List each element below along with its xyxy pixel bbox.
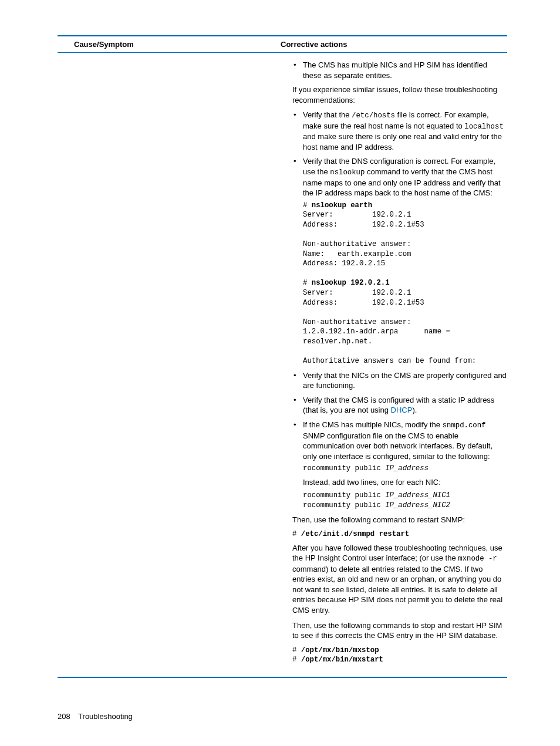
bullet-verify-etc-hosts: Verify that the /etc/hosts file is corre… bbox=[303, 110, 507, 152]
add-two-lines: Instead, add two lines, one for each NIC… bbox=[303, 477, 507, 488]
bullet-verify-nics: Verify that the NICs on the CMS are prop… bbox=[303, 370, 507, 391]
left-column bbox=[58, 60, 292, 669]
bullet-multiple-nics: The CMS has multiple NICs and HP SIM has… bbox=[303, 60, 507, 80]
bullet-verify-dns: Verify that the DNS configuration is cor… bbox=[303, 156, 507, 366]
table-header: Cause/Symptom Corrective actions bbox=[58, 35, 507, 53]
rocommunity-single: rocommunity public IP_address bbox=[303, 464, 507, 474]
header-cause-symptom: Cause/Symptom bbox=[58, 40, 281, 49]
bullet-static-ip: Verify that the CMS is configured with a… bbox=[303, 395, 507, 416]
after-troubleshooting: After you have followed these troublesho… bbox=[292, 543, 507, 616]
mx-commands: # /opt/mx/bin/mxstop # /opt/mx/bin/mxsta… bbox=[292, 646, 507, 665]
stop-restart-sim: Then, use the following commands to stop… bbox=[292, 620, 507, 641]
restart-snmp: Then, use the following command to resta… bbox=[292, 515, 507, 525]
footer-section: Troubleshooting bbox=[78, 712, 133, 721]
footer: 208 Troubleshooting bbox=[58, 712, 133, 721]
rocommunity-double: rocommunity public IP_address_NIC1 rocom… bbox=[303, 491, 507, 510]
nslookup-output: # nslookup earth Server: 192.0.2.1 Addre… bbox=[303, 201, 507, 366]
page-number: 208 bbox=[58, 712, 70, 721]
bullet-snmpd-conf: If the CMS has multiple NICs, modify the… bbox=[303, 420, 507, 511]
snmpd-restart-cmd: # /etc/init.d/snmpd restart bbox=[292, 529, 507, 539]
dhcp-link[interactable]: DHCP bbox=[391, 406, 413, 414]
bottom-rule bbox=[58, 677, 507, 678]
right-column: The CMS has multiple NICs and HP SIM has… bbox=[292, 60, 507, 669]
header-corrective-actions: Corrective actions bbox=[281, 40, 507, 49]
troubleshooting-intro: If you experience similar issues, follow… bbox=[292, 85, 507, 105]
